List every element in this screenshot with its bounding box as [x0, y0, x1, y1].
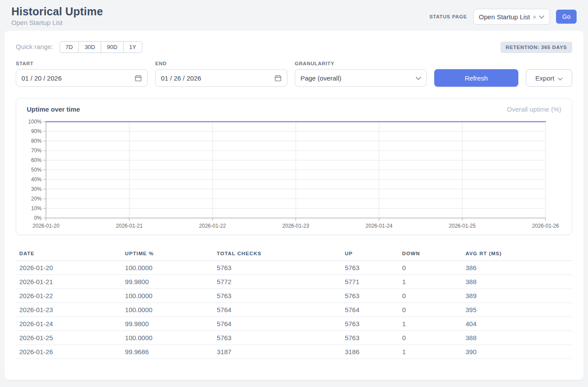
- chevron-down-icon: [539, 13, 544, 21]
- cell-up: 5763: [341, 289, 399, 303]
- cell-avg-rt: 388: [462, 275, 573, 289]
- cell-date: 2026-01-25: [16, 331, 121, 345]
- svg-text:80%: 80%: [31, 138, 42, 144]
- table-row: 2026-01-23100.0000576457640395: [16, 303, 572, 317]
- cell-up: 5763: [341, 317, 399, 331]
- cell-date: 2026-01-24: [16, 317, 121, 331]
- go-button[interactable]: Go: [556, 10, 577, 24]
- table-row: 2026-01-25100.0000576357630388: [16, 331, 572, 345]
- svg-text:30%: 30%: [31, 186, 42, 192]
- filters-row: START 01 / 20 / 2026 END 01 / 26 / 2026 …: [16, 61, 572, 87]
- cell-down: 0: [399, 331, 462, 345]
- svg-text:50%: 50%: [31, 167, 42, 173]
- granularity-field: GRANULARITY Page (overall): [295, 61, 427, 87]
- refresh-button[interactable]: Refresh: [434, 69, 518, 87]
- status-page-value: Open Startup List: [479, 13, 530, 21]
- cell-down: 0: [399, 261, 462, 275]
- table-row: 2026-01-20100.0000576357630386: [16, 261, 572, 275]
- cell-avg-rt: 395: [462, 303, 573, 317]
- export-button-label: Export: [535, 74, 554, 82]
- cell-avg-rt: 389: [462, 289, 573, 303]
- cell-down: 1: [399, 317, 462, 331]
- cell-down: 1: [399, 275, 462, 289]
- col-header-total-checks: TOTAL CHECKS: [213, 246, 341, 261]
- cell-up: 5771: [341, 275, 399, 289]
- page-heading: Historical Uptime Open Startup List: [11, 5, 103, 26]
- status-page-label: STATUS PAGE: [429, 14, 467, 19]
- col-header-up: UP: [341, 246, 399, 261]
- main-card: Quick range: 7D30D90D1Y RETENTION: 365 D…: [4, 31, 584, 380]
- uptime-line-chart: 0%10%20%30%40%50%60%70%80%90%100%2026-01…: [27, 118, 560, 230]
- svg-text:20%: 20%: [31, 196, 42, 202]
- status-page-controls: STATUS PAGE Open Startup List × Go: [429, 9, 577, 25]
- quick-range-7d[interactable]: 7D: [60, 41, 79, 53]
- cell-down: 0: [399, 303, 462, 317]
- cell-total-checks: 3187: [213, 345, 341, 359]
- col-header-avg-rt: AVG RT (MS): [462, 246, 573, 261]
- col-header-date: DATE: [16, 246, 121, 261]
- cell-date: 2026-01-23: [16, 303, 121, 317]
- quick-range-group: 7D30D90D1Y: [60, 41, 142, 53]
- cell-down: 0: [399, 289, 462, 303]
- end-date-field: END 01 / 26 / 2026: [155, 61, 287, 87]
- cell-up: 3186: [341, 345, 399, 359]
- cell-avg-rt: 390: [462, 345, 573, 359]
- calendar-icon[interactable]: [274, 74, 282, 82]
- cell-uptime-pct: 100.0000: [121, 289, 213, 303]
- quick-range-90d[interactable]: 90D: [101, 41, 124, 53]
- uptime-table-body: 2026-01-20100.00005763576303862026-01-21…: [16, 261, 572, 359]
- page-header: Historical Uptime Open Startup List STAT…: [0, 0, 588, 31]
- svg-text:2026-01-26: 2026-01-26: [532, 223, 559, 229]
- cell-total-checks: 5763: [213, 261, 341, 275]
- svg-text:2026-01-24: 2026-01-24: [365, 223, 393, 229]
- cell-avg-rt: 386: [462, 261, 573, 275]
- svg-text:40%: 40%: [31, 176, 42, 183]
- end-label: END: [155, 61, 287, 66]
- quick-range-label: Quick range:: [16, 43, 53, 50]
- granularity-label: GRANULARITY: [295, 61, 427, 66]
- cell-down: 1: [399, 345, 462, 359]
- svg-text:2026-01-22: 2026-01-22: [199, 223, 226, 229]
- cell-total-checks: 5772: [213, 275, 341, 289]
- export-button[interactable]: Export: [526, 69, 572, 87]
- table-row: 2026-01-2499.9800576457631404: [16, 317, 572, 331]
- quick-range-1y[interactable]: 1Y: [123, 41, 142, 53]
- cell-total-checks: 5763: [213, 331, 341, 345]
- cell-uptime-pct: 100.0000: [121, 261, 213, 275]
- quick-range-row: Quick range: 7D30D90D1Y RETENTION: 365 D…: [16, 41, 572, 53]
- granularity-select[interactable]: Page (overall): [295, 69, 427, 87]
- cell-uptime-pct: 99.9686: [121, 345, 213, 359]
- cell-up: 5764: [341, 303, 399, 317]
- end-date-input[interactable]: 01 / 26 / 2026: [155, 69, 287, 87]
- start-date-field: START 01 / 20 / 2026: [16, 61, 148, 87]
- cell-up: 5763: [341, 331, 399, 345]
- chevron-down-icon: [416, 74, 421, 82]
- svg-text:2026-01-25: 2026-01-25: [449, 223, 476, 229]
- uptime-table: DATEUPTIME %TOTAL CHECKSUPDOWNAVG RT (MS…: [16, 246, 572, 359]
- granularity-value: Page (overall): [301, 74, 341, 82]
- chart-legend: Overall uptime (%): [507, 106, 561, 113]
- svg-text:70%: 70%: [31, 148, 42, 154]
- cell-total-checks: 5764: [213, 317, 341, 331]
- quick-range-wrap: Quick range: 7D30D90D1Y: [16, 41, 142, 53]
- cell-avg-rt: 388: [462, 331, 573, 345]
- cell-date: 2026-01-20: [16, 261, 121, 275]
- chart-header: Uptime over time Overall uptime (%): [27, 106, 561, 113]
- col-header-down: DOWN: [399, 246, 462, 261]
- clear-selection-icon[interactable]: ×: [533, 14, 537, 20]
- quick-range-30d[interactable]: 30D: [78, 41, 101, 53]
- start-date-value: 01 / 20 / 2026: [21, 74, 62, 82]
- calendar-icon[interactable]: [135, 74, 142, 82]
- table-header-row: DATEUPTIME %TOTAL CHECKSUPDOWNAVG RT (MS…: [16, 246, 572, 261]
- table-row: 2026-01-22100.0000576357630389: [16, 289, 572, 303]
- status-page-select[interactable]: Open Startup List ×: [473, 9, 550, 25]
- svg-text:2026-01-20: 2026-01-20: [32, 223, 60, 229]
- svg-text:100%: 100%: [28, 119, 42, 125]
- svg-text:2026-01-23: 2026-01-23: [282, 223, 309, 229]
- start-date-input[interactable]: 01 / 20 / 2026: [16, 69, 148, 87]
- col-header-uptime-pct: UPTIME %: [121, 246, 213, 261]
- start-label: START: [16, 61, 148, 66]
- cell-uptime-pct: 100.0000: [121, 303, 213, 317]
- chevron-down-icon: [558, 74, 563, 82]
- svg-text:2026-01-21: 2026-01-21: [116, 223, 143, 229]
